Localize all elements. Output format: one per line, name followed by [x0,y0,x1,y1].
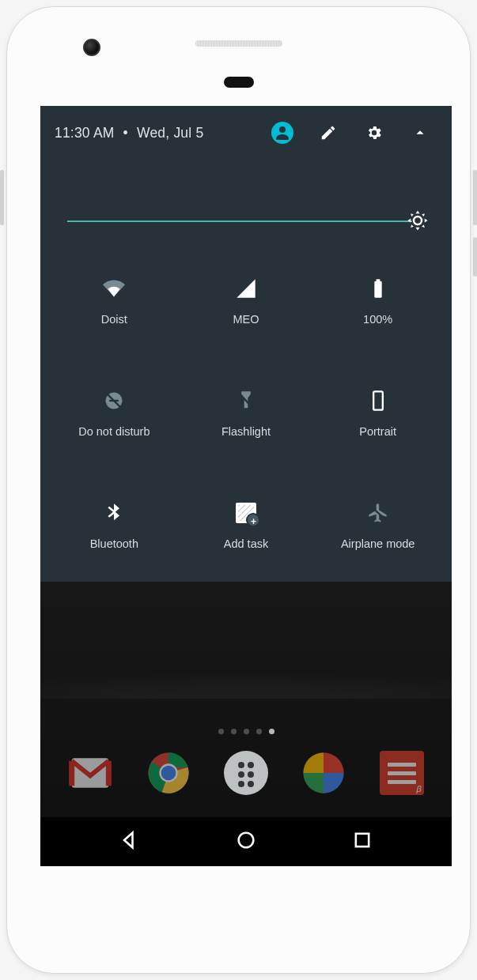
airplane-label: Airplane mode [341,537,415,550]
bluetooth-label: Bluetooth [90,537,138,550]
portrait-icon [366,389,390,413]
status-time: 11:30 AM [55,125,115,141]
brightness-slider[interactable] [67,212,425,231]
bluetooth-tile[interactable]: Bluetooth [48,501,180,564]
dnd-icon [102,389,126,413]
top-speaker [195,40,282,47]
settings-button[interactable] [357,115,392,150]
pencil-icon [320,124,337,141]
add-task-label: Add task [224,537,268,550]
todoist-app-icon[interactable]: β [377,748,427,798]
wifi-icon [102,277,126,300]
user-switch-button[interactable] [265,115,300,150]
add-task-icon: + [234,501,258,525]
battery-tile[interactable]: 100% [312,277,444,340]
svg-rect-5 [355,834,368,846]
nav-home-button[interactable] [235,829,257,854]
quick-settings-panel: 11:30 AM • Wed, Jul 5 [40,106,452,582]
dock: β [40,748,452,798]
status-time-date: 11:30 AM • Wed, Jul 5 [55,125,203,141]
chrome-app-icon[interactable] [143,748,194,798]
add-task-tile[interactable]: + Add task [180,501,312,564]
photos-app-icon[interactable] [298,748,349,798]
gmail-app-icon[interactable] [65,748,115,798]
wifi-tile[interactable]: Doist [48,277,180,340]
edit-tiles-button[interactable] [311,115,346,150]
flashlight-label: Flashlight [221,425,271,438]
flashlight-icon [234,389,258,413]
phone-frame: β 11:30 AM • Wed, Jul 5 [6,6,471,974]
front-camera [83,39,100,56]
gear-icon [365,124,383,141]
cellular-tile[interactable]: MEO [180,277,312,340]
signal-icon [234,277,258,300]
dnd-label: Do not disturb [78,425,150,438]
page-indicator [40,729,452,734]
svg-point-6 [279,126,286,133]
dnd-tile[interactable]: Do not disturb [48,389,180,452]
rotation-label: Portrait [359,425,396,438]
svg-point-3 [161,766,176,781]
brightness-icon [406,209,430,232]
svg-point-4 [239,833,254,848]
collapse-button[interactable] [403,115,437,150]
svg-rect-11 [373,391,383,409]
status-date: Wed, Jul 5 [137,125,203,141]
bluetooth-icon [102,501,126,525]
battery-icon [366,277,390,300]
proximity-sensor [224,77,254,88]
airplane-icon [366,501,390,525]
navigation-bar [40,817,452,866]
rotation-tile[interactable]: Portrait [312,389,444,452]
nav-recents-button[interactable] [351,829,373,854]
cellular-label: MEO [233,313,259,326]
airplane-tile[interactable]: Airplane mode [312,501,444,564]
flashlight-tile[interactable]: Flashlight [180,389,312,452]
battery-label: 100% [363,313,392,326]
apps-drawer-button[interactable] [221,748,271,798]
todoist-beta-badge: β [416,784,421,793]
chevron-up-icon [411,124,429,141]
screen: β 11:30 AM • Wed, Jul 5 [40,106,452,866]
nav-back-button[interactable] [119,829,141,854]
wifi-label: Doist [101,313,127,326]
person-icon [271,122,293,144]
